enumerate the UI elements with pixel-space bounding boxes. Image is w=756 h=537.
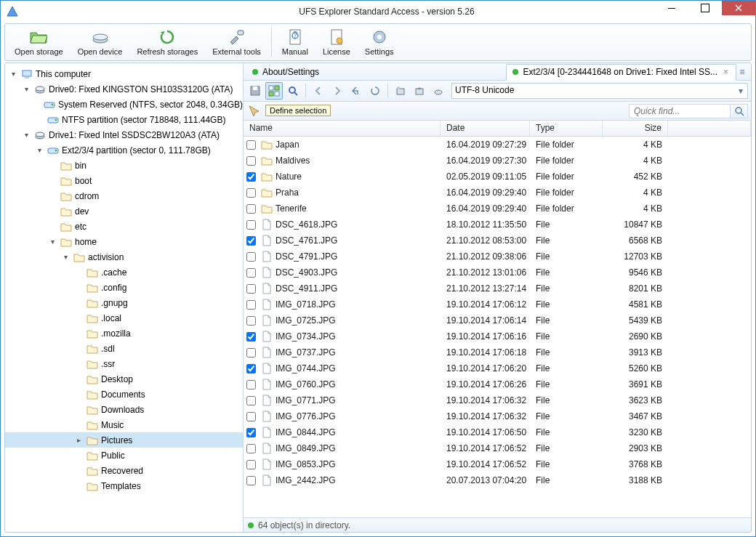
tree-toggle-icon[interactable]: [73, 359, 84, 369]
quick-find-go-button[interactable]: [731, 104, 748, 118]
license-button[interactable]: License: [316, 25, 357, 59]
tree-toggle-icon[interactable]: ▾: [21, 84, 31, 94]
tree-toggle-icon[interactable]: [73, 283, 84, 293]
file-row[interactable]: IMG_0718.JPG19.10.2014 17:06:12File4581 …: [244, 296, 751, 312]
tree-node[interactable]: cdrom: [5, 188, 243, 203]
file-row[interactable]: Maldives16.04.2019 09:27:30File folder4 …: [244, 153, 751, 169]
file-row[interactable]: IMG_0853.JPG19.10.2014 17:06:52File3768 …: [244, 456, 751, 472]
tree-toggle-icon[interactable]: [73, 344, 84, 354]
nav-back-button[interactable]: [310, 82, 327, 100]
row-checkbox[interactable]: [246, 316, 256, 326]
file-row[interactable]: Praha16.04.2019 09:29:40File folder4 KB: [244, 185, 751, 201]
file-row[interactable]: IMG_0744.JPG19.10.2014 17:06:20File5260 …: [244, 360, 751, 376]
row-checkbox[interactable]: [246, 476, 256, 485]
row-checkbox[interactable]: [246, 284, 256, 294]
tree-toggle-icon[interactable]: ▸: [73, 435, 84, 445]
tree-node[interactable]: .ssr: [5, 356, 243, 371]
row-checkbox[interactable]: [246, 348, 256, 358]
file-row[interactable]: DSC_4903.JPG21.10.2012 13:01:06File9546 …: [244, 265, 751, 280]
col-type-header[interactable]: Type: [530, 121, 603, 136]
tree-toggle-icon[interactable]: [34, 115, 44, 125]
refresh-folder-button[interactable]: [366, 82, 384, 100]
tree-node[interactable]: Public: [5, 448, 243, 463]
tab-about-settings[interactable]: About/Settings: [246, 63, 325, 80]
file-row[interactable]: Japan16.04.2019 09:27:29File folder4 KB: [244, 137, 751, 153]
tree-toggle-icon[interactable]: [73, 420, 84, 430]
tree-toggle-icon[interactable]: [34, 100, 41, 110]
tree-toggle-icon[interactable]: [47, 206, 57, 217]
row-checkbox[interactable]: [246, 444, 256, 453]
define-selection-button[interactable]: [265, 82, 283, 100]
open-storage-button[interactable]: Open storage: [8, 25, 70, 59]
tree-toggle-icon[interactable]: [73, 405, 84, 415]
row-checkbox[interactable]: [246, 364, 256, 374]
tree-toggle-icon[interactable]: ▾: [47, 237, 57, 247]
tree-toggle-icon[interactable]: [73, 481, 84, 491]
quick-find-input[interactable]: [629, 104, 731, 118]
file-row[interactable]: IMG_0760.JPG19.10.2014 17:06:26File3691 …: [244, 376, 751, 392]
tree-node[interactable]: Templates: [5, 478, 243, 493]
tree-toggle-icon[interactable]: ▾: [21, 130, 31, 140]
tree-node[interactable]: Recovered: [5, 463, 243, 478]
action1-button[interactable]: [392, 82, 409, 100]
tree-toggle-icon[interactable]: [73, 374, 84, 384]
tree-toggle-icon[interactable]: [73, 389, 84, 400]
file-row[interactable]: IMG_0737.JPG19.10.2014 17:06:18File3913 …: [244, 344, 751, 360]
tree-node[interactable]: .config: [5, 280, 243, 295]
tree-node[interactable]: etc: [5, 219, 243, 234]
file-row[interactable]: IMG_0734.JPG19.10.2014 17:06:16File2690 …: [244, 328, 751, 344]
tree-toggle-icon[interactable]: [73, 451, 84, 461]
tree-node[interactable]: .gnupg: [5, 295, 243, 310]
row-checkbox[interactable]: [246, 220, 256, 230]
row-checkbox[interactable]: [246, 172, 256, 182]
tree-toggle-icon[interactable]: ▾: [34, 145, 44, 156]
row-checkbox[interactable]: [246, 300, 256, 310]
tree-node[interactable]: bin: [5, 158, 243, 173]
tree-node[interactable]: Music: [5, 417, 243, 432]
file-row[interactable]: DSC_4911.JPG21.10.2012 13:27:14File8201 …: [244, 280, 751, 296]
col-name-header[interactable]: Name: [244, 121, 441, 136]
action3-button[interactable]: [430, 82, 447, 100]
row-checkbox[interactable]: [246, 252, 256, 262]
tree-node[interactable]: Desktop: [5, 371, 243, 387]
tree-node[interactable]: .cache: [5, 265, 243, 280]
row-checkbox[interactable]: [246, 396, 256, 405]
tree-node[interactable]: .mozilla: [5, 326, 243, 341]
col-size-header[interactable]: Size: [603, 121, 668, 136]
tree-toggle-icon[interactable]: [47, 161, 57, 171]
row-checkbox[interactable]: [246, 268, 256, 278]
tree-toggle-icon[interactable]: [47, 191, 57, 201]
row-checkbox[interactable]: [246, 140, 256, 150]
window-min-button[interactable]: [655, 1, 688, 15]
tab-overflow-button[interactable]: ≡: [736, 67, 748, 77]
find-button[interactable]: [284, 82, 302, 100]
tab-partition[interactable]: Ext2/3/4 [0-234441648 on Drive1: Fixed I…: [506, 64, 736, 81]
row-checkbox[interactable]: [246, 204, 256, 214]
selection-tool-icon[interactable]: [246, 103, 262, 119]
file-row[interactable]: IMG_0849.JPG19.10.2014 17:06:52File2903 …: [244, 440, 751, 456]
row-checkbox[interactable]: [246, 332, 256, 342]
tree-node[interactable]: ▾Drive0: Fixed KINGSTON SH103S3120G (ATA…: [5, 81, 243, 97]
storage-tree[interactable]: ▾This computer▾Drive0: Fixed KINGSTON SH…: [5, 63, 244, 532]
tab-close-button[interactable]: ×: [722, 67, 730, 77]
row-checkbox[interactable]: [246, 188, 256, 198]
row-checkbox[interactable]: [246, 412, 256, 421]
tree-toggle-icon[interactable]: ▾: [60, 252, 71, 262]
tree-node[interactable]: boot: [5, 173, 243, 188]
file-row[interactable]: DSC_4761.JPG21.10.2012 08:53:00File6568 …: [244, 233, 751, 249]
tree-toggle-icon[interactable]: [73, 267, 84, 278]
tree-toggle-icon[interactable]: ▾: [8, 69, 18, 79]
col-date-header[interactable]: Date: [441, 121, 530, 136]
tree-toggle-icon[interactable]: [73, 466, 84, 476]
encoding-select[interactable]: UTF-8 Unicode: [451, 83, 748, 99]
row-checkbox[interactable]: [246, 380, 256, 389]
file-row[interactable]: DSC_4618.JPG18.10.2012 11:35:50File10847…: [244, 217, 751, 233]
row-checkbox[interactable]: [246, 156, 256, 166]
file-row[interactable]: IMG_2442.JPG20.07.2013 07:04:20File3188 …: [244, 472, 751, 488]
tree-toggle-icon[interactable]: [73, 298, 84, 308]
tree-toggle-icon[interactable]: [73, 328, 84, 339]
tree-node[interactable]: dev: [5, 203, 243, 219]
action2-button[interactable]: [411, 82, 428, 100]
tree-node[interactable]: ▾Ext2/3/4 partition (sector 0, 111.78GB): [5, 142, 243, 158]
tree-node[interactable]: ▾activision: [5, 249, 243, 265]
